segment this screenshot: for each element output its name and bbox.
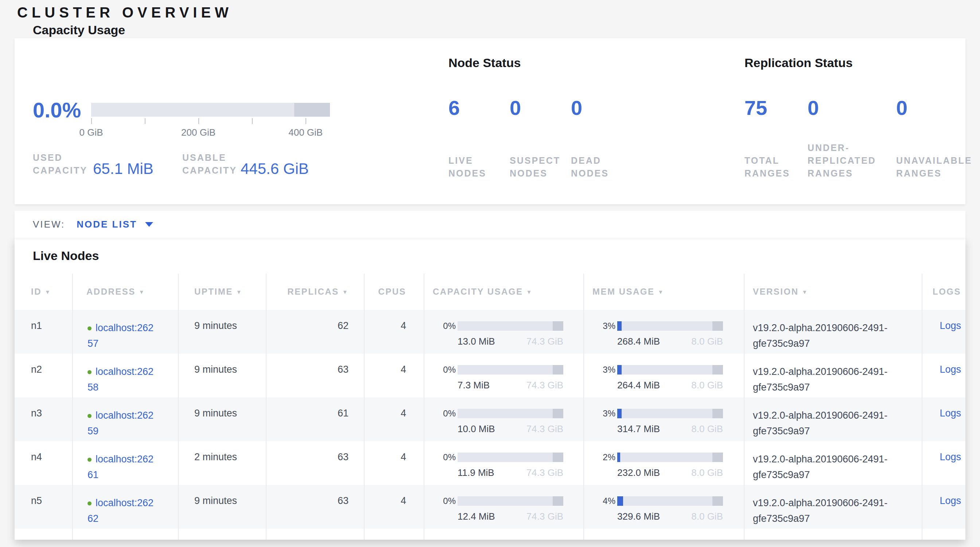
address-line-1: localhost:262 — [95, 322, 153, 333]
capacity-usage-meter — [458, 365, 563, 375]
axis-tick-label: 200 GiB — [181, 127, 215, 138]
usable-capacity-label: USABLE CAPACITY — [182, 151, 240, 177]
replication-status-heading: Replication Status — [745, 56, 956, 70]
address-line-1: localhost:262 — [95, 366, 153, 377]
capacity-axis: 0 GiB 200 GiB 400 GiB — [91, 117, 330, 138]
column-header-label: ID — [31, 287, 41, 297]
capacity-usage-meter — [458, 409, 563, 418]
mem-meter-tail — [713, 496, 723, 506]
node-id-cell: n4 — [14, 441, 73, 485]
capacity-percent-label: 0% — [425, 496, 456, 506]
node-address-link[interactable]: localhost:262 62 — [88, 495, 178, 526]
version-line-1: v19.2.0-alpha.20190606-2491- — [753, 320, 922, 336]
sort-arrow-icon: ▼ — [658, 289, 664, 295]
capacity-meter-tail — [553, 321, 563, 331]
capacity-total-value: 74.3 GiB — [527, 423, 563, 435]
mem-usage-fill — [617, 321, 622, 331]
mem-meter-tail — [713, 453, 723, 462]
node-address-cell: localhost:262 62 — [73, 485, 179, 529]
mem-usage-meter — [617, 365, 723, 375]
node-address-link[interactable]: localhost:262 61 — [88, 452, 178, 483]
column-header-mem-usage[interactable]: MEM USAGE ▼ — [584, 274, 745, 310]
node-version-cell: v19.2.0-alpha.20190606-2491- gfe735c9a97 — [745, 310, 923, 354]
node-cpus-cell: 4 — [364, 441, 425, 485]
mem-percent-label: 3% — [584, 409, 616, 419]
capacity-percent-label: 0% — [425, 365, 456, 375]
column-header-id[interactable]: ID ▼ — [14, 274, 73, 310]
column-header-label: UPTIME — [194, 287, 233, 297]
sort-arrow-icon: ▼ — [802, 289, 808, 295]
node-logs-link[interactable]: Logs — [940, 495, 961, 506]
capacity-usage-meter — [458, 453, 563, 462]
capacity-used-value: 12.4 MiB — [458, 511, 495, 522]
cluster-summary-card: Capacity Usage 0.0% 0 GiB 200 GiB 400 Gi… — [14, 38, 966, 204]
node-logs-link[interactable]: Logs — [940, 408, 961, 419]
unavailable-ranges-stat: 0 UNAVAILABLE RANGES — [896, 97, 969, 180]
node-cpus-cell: 4 — [364, 310, 425, 354]
chevron-down-icon — [145, 222, 153, 227]
node-address-link[interactable]: localhost:262 57 — [88, 320, 178, 351]
sort-arrow-icon: ▼ — [236, 289, 242, 295]
capacity-used-value: 7.3 MiB — [458, 380, 490, 391]
node-id-cell: n2 — [14, 354, 73, 398]
mem-usage-cell: 4% 329.6 MiB 8.0 GiB — [584, 485, 745, 529]
column-header-uptime[interactable]: UPTIME ▼ — [179, 274, 267, 310]
address-line-2: 58 — [88, 380, 178, 395]
sort-arrow-icon: ▼ — [526, 289, 532, 295]
mem-usage-meter — [617, 453, 723, 462]
capacity-meter-tail — [553, 365, 563, 375]
axis-tick-label: 0 GiB — [79, 127, 103, 138]
column-header-label: MEM USAGE — [592, 287, 655, 297]
axis-tick-label: 400 GiB — [288, 127, 323, 138]
view-select-dropdown[interactable]: NODE LIST — [76, 219, 153, 230]
column-header-capacity-usage[interactable]: CAPACITY USAGE ▼ — [425, 274, 584, 310]
capacity-meter-tail — [553, 409, 563, 418]
node-cpus-cell: 4 — [364, 398, 425, 441]
mem-used-value: 329.6 MiB — [617, 511, 660, 522]
table-row: n3 localhost:262 59 9 minutes 61 4 0% 10… — [14, 398, 966, 441]
suspect-nodes-label: SUSPECT NODES — [510, 154, 571, 180]
version-line-1: v19.2.0-alpha.20190606-2491- — [753, 364, 922, 380]
column-header-address[interactable]: ADDRESS ▼ — [73, 274, 179, 310]
mem-used-value: 232.0 MiB — [617, 467, 660, 479]
mem-percent-label: 3% — [584, 365, 616, 375]
version-line-2: gfe735c9a97 — [753, 467, 922, 483]
node-uptime-cell: 2 minutes — [179, 441, 267, 485]
node-id-cell: n1 — [14, 310, 73, 354]
live-nodes-label: LIVE NODES — [449, 154, 510, 180]
node-address-cell: localhost:262 58 — [73, 354, 179, 398]
version-line-2: gfe735c9a97 — [753, 336, 922, 351]
node-logs-link[interactable]: Logs — [940, 364, 961, 375]
under-replicated-label: UNDER- REPLICATED RANGES — [808, 142, 896, 180]
node-address-link[interactable]: localhost:262 59 — [88, 408, 178, 439]
node-replicas-cell: 63 — [267, 485, 364, 529]
column-header-version[interactable]: VERSION ▼ — [745, 274, 923, 310]
mem-percent-label: 2% — [584, 452, 616, 463]
column-header-replicas[interactable]: REPLICAS ▼ — [267, 274, 364, 310]
capacity-meter-tail — [553, 496, 563, 506]
view-selected-value: NODE LIST — [76, 219, 137, 230]
node-version-cell: v19.2.0-alpha.20190606-2491- gfe735c9a97 — [745, 398, 923, 441]
table-header-row: ID ▼ ADDRESS ▼ UPTIME ▼ REPLICAS ▼ CPUS … — [14, 274, 966, 310]
version-line-2: gfe735c9a97 — [753, 511, 922, 526]
unavailable-ranges-label: UNAVAILABLE RANGES — [896, 154, 969, 180]
capacity-usage-cell: 0% 10.0 MiB 74.3 GiB — [425, 398, 584, 441]
node-address-link[interactable]: localhost:262 58 — [88, 364, 178, 395]
column-header-logs: LOGS — [923, 274, 966, 310]
mem-usage-cell: 3% 264.4 MiB 8.0 GiB — [584, 354, 745, 398]
capacity-percent-label: 0% — [425, 409, 456, 419]
axis-tick — [91, 118, 92, 124]
capacity-usage-cell: 0% 11.9 MiB 74.3 GiB — [425, 441, 584, 485]
version-line-1: v19.2.0-alpha.20190606-2491- — [753, 495, 922, 511]
node-logs-link[interactable]: Logs — [940, 320, 961, 331]
column-header-label: REPLICAS — [287, 287, 339, 297]
node-version-cell: v19.2.0-alpha.20190606-2491- gfe735c9a97 — [745, 485, 923, 529]
node-logs-link[interactable]: Logs — [940, 452, 961, 463]
node-live-dot-icon — [88, 501, 92, 506]
usable-capacity-value: 445.6 GiB — [240, 161, 309, 177]
node-cpus-cell: 4 — [364, 485, 425, 529]
mem-usage-cell: 3% 314.7 MiB 8.0 GiB — [584, 398, 745, 441]
live-nodes-stat: 6 LIVE NODES — [449, 97, 510, 180]
capacity-meter-tail — [553, 453, 563, 462]
node-live-dot-icon — [88, 458, 92, 462]
